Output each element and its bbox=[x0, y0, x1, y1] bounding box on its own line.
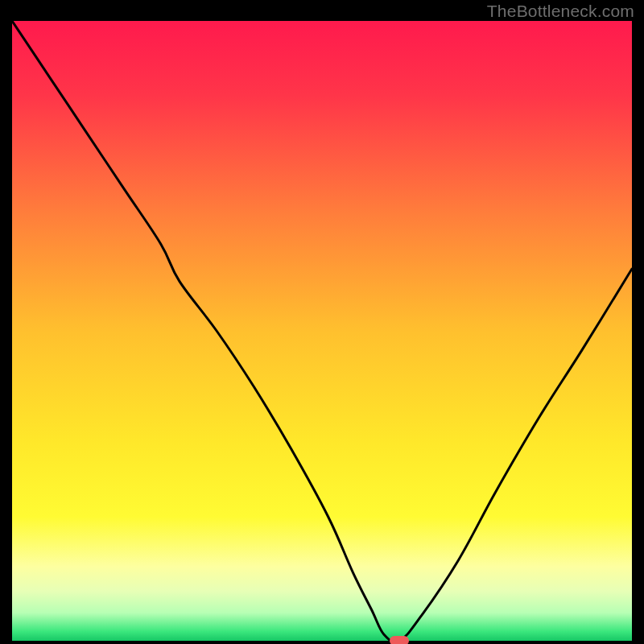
chart-svg bbox=[12, 21, 632, 641]
watermark-text: TheBottleneck.com bbox=[487, 2, 634, 21]
optimal-marker bbox=[390, 636, 410, 644]
chart-frame bbox=[12, 21, 632, 641]
chart-background bbox=[12, 21, 632, 641]
